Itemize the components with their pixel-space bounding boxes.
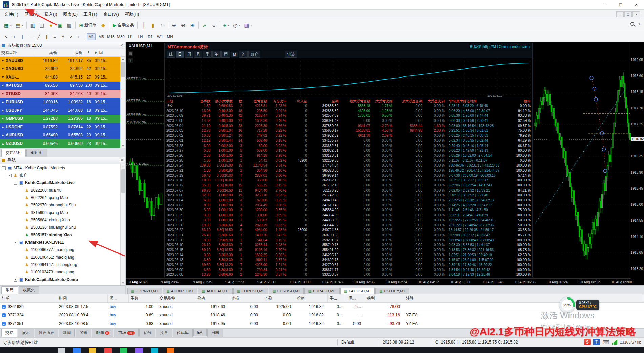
mtc-tab-年[interactable]: 年 bbox=[212, 51, 221, 58]
chart-tab-XAUUSD,M1[interactable]: ▦XAUUSD,M1 bbox=[340, 288, 375, 294]
terminal-button[interactable]: ▣ bbox=[56, 21, 65, 30]
taskbar-icon-7[interactable] bbox=[151, 348, 158, 353]
timeframe-M1[interactable]: M1 bbox=[87, 33, 96, 40]
vertical-line-tool[interactable]: | bbox=[18, 32, 26, 41]
timeframe-D1[interactable]: D1 bbox=[146, 33, 155, 40]
timeframe-M30[interactable]: M30 bbox=[116, 33, 125, 40]
terminal-tab-警报[interactable]: 警报 bbox=[76, 329, 91, 337]
order-row-9361989[interactable]: ▲93619892023.08.09 17:5...buy1.00xauusd1… bbox=[0, 303, 644, 311]
terminal-tab-日志[interactable]: 日志 bbox=[207, 329, 223, 337]
market-watch-row-AUDUSD[interactable]: ▲AUDUSD0.654800.655032309:15... bbox=[0, 131, 125, 140]
mtc-tab-综[interactable]: 综 bbox=[167, 51, 175, 58]
tree-account-9815909[interactable]: ♟9815909: qiang Mao bbox=[0, 209, 125, 216]
cursor-tool[interactable]: ↖ bbox=[2, 32, 10, 41]
mtc-tab-日[interactable]: 日 bbox=[176, 51, 184, 58]
taskbar-icon-1[interactable] bbox=[58, 348, 65, 353]
child-close-button[interactable]: × bbox=[632, 11, 640, 17]
terminal-tab-代码库[interactable]: 代码库 bbox=[173, 329, 193, 337]
taskbar-icon-6[interactable] bbox=[135, 348, 143, 353]
keyboard-icon[interactable]: ⌨ bbox=[602, 339, 609, 345]
window-minimize-button[interactable]: – bbox=[597, 0, 613, 9]
chart-shift-button[interactable]: « bbox=[209, 21, 218, 30]
timeframe-MN[interactable]: MN bbox=[165, 33, 174, 40]
taskbar-icon-8[interactable] bbox=[167, 348, 174, 353]
orders-col-9[interactable]: 手... bbox=[328, 294, 346, 302]
menu-工具(T)[interactable]: 工具(T) bbox=[81, 10, 101, 19]
timeframe-H4[interactable]: H4 bbox=[136, 33, 145, 40]
mtc-tab-币[interactable]: 币 bbox=[221, 51, 230, 58]
navigator-scrollbar[interactable]: ▲▼ bbox=[120, 164, 125, 285]
mtc-tab-账户[interactable]: 账户 bbox=[248, 51, 260, 58]
mtc-tab-周[interactable]: 周 bbox=[185, 51, 193, 58]
chart-tab-USDJPY,M1[interactable]: ▦USDJPY,M1 bbox=[375, 288, 409, 294]
tree-expander-icon[interactable]: − bbox=[2, 166, 6, 170]
templates-button[interactable]: ▨▾ bbox=[242, 21, 254, 30]
auto-scroll-button[interactable]: » bbox=[200, 21, 209, 30]
tree-expander-icon[interactable]: + bbox=[14, 278, 17, 282]
timeframe-W1[interactable]: W1 bbox=[155, 33, 165, 40]
taskbar-icon-5[interactable] bbox=[120, 348, 127, 353]
tree-server-KohleCapitalMarkets-Live[interactable]: −▣KohleCapitalMarkets-Live bbox=[0, 179, 125, 186]
orders-col-10[interactable]: 库... bbox=[346, 294, 365, 302]
terminal-tab-EA[interactable]: EA bbox=[193, 329, 207, 336]
market-watch-row-XAU-...[interactable]: ▼XAU-...444.88445.152709:15... bbox=[0, 73, 125, 82]
tile-windows-button[interactable]: ⊞ bbox=[188, 21, 197, 30]
text-tool[interactable]: A bbox=[59, 32, 67, 41]
periods-button[interactable]: ◷▾ bbox=[231, 21, 242, 30]
market-watch-col-2[interactable]: 买价 bbox=[59, 49, 84, 56]
mtc-tab-备[interactable]: 备 bbox=[239, 51, 248, 58]
tree-account-1100100461[interactable]: ♟1100100461: mao qiang bbox=[0, 253, 125, 261]
market-watch-button[interactable]: ▥ bbox=[28, 21, 37, 30]
terminal-tab-文章[interactable]: 文章 bbox=[156, 329, 172, 337]
fibonacci-tool[interactable]: ≡ bbox=[51, 32, 59, 41]
statusbar-profile[interactable]: Default bbox=[341, 340, 354, 345]
tree-expander-icon[interactable]: − bbox=[14, 181, 17, 185]
orders-col-3[interactable]: 手数 bbox=[129, 294, 157, 302]
new-order-button[interactable]: ⊞新订单 bbox=[77, 21, 99, 30]
terminal-tab-账户历史[interactable]: 账户历史 bbox=[35, 329, 58, 337]
market-watch-row-USDCHF[interactable]: ▲USDCHF0.875920.876142209:15... bbox=[0, 123, 125, 131]
market-watch-row-USDJPY[interactable]: ▲USDJPY144.045144.0631809:15... bbox=[0, 106, 125, 115]
mtc-tab-trace[interactable]: 轨迹 bbox=[285, 51, 297, 58]
mtc-tab-M[interactable]: M bbox=[231, 52, 238, 57]
tree-account-8505157[interactable]: ♟8505157: ximing Xiao bbox=[0, 231, 125, 239]
market-watch-col-3[interactable]: ! bbox=[84, 49, 93, 56]
market-watch-col-4[interactable]: 时间 bbox=[93, 49, 120, 56]
child-restore-button[interactable]: □ bbox=[624, 11, 632, 17]
tree-account-1100066777[interactable]: ♟1100066777: mao qiang bbox=[0, 246, 125, 253]
orders-col-4[interactable]: 交易品种 bbox=[157, 294, 195, 302]
navigator-tab-收藏夹[interactable]: 收藏夹 bbox=[19, 286, 39, 294]
menu-插入(I)[interactable]: 插入(I) bbox=[42, 10, 60, 19]
timeframe-M15[interactable]: M15 bbox=[106, 33, 115, 40]
orders-col-12[interactable]: 注释 bbox=[404, 294, 644, 302]
market-watch-tab-交易品种[interactable]: 交易品种 bbox=[1, 149, 26, 157]
navigator-close-icon[interactable]: ✕ bbox=[120, 158, 123, 162]
market-watch-row-XAUUSD[interactable]: ▼XAUUSD1916.821917.173509:15... bbox=[0, 57, 125, 65]
shapes-tool[interactable]: ○ bbox=[75, 32, 83, 41]
mtc-tab-季[interactable]: 季 bbox=[203, 51, 212, 58]
chart-panel-button-1[interactable]: ▤ bbox=[128, 51, 133, 56]
data-window-button[interactable]: ◫ bbox=[37, 21, 46, 30]
orders-col-5[interactable]: 价格 bbox=[195, 294, 229, 302]
market-watch-col-1[interactable]: 卖价 bbox=[34, 49, 59, 56]
toolbar-overflow-icon[interactable]: ▾ bbox=[638, 22, 640, 26]
chart-tab-EURUSD,M1[interactable]: ▦EURUSD,M1 bbox=[269, 288, 304, 294]
market-watch-row-XPTUSD[interactable]: ▲XPTUSD895.50897.5020009:15... bbox=[0, 82, 125, 90]
line-chart-button[interactable]: ≈ bbox=[157, 21, 167, 30]
horizontal-line-tool[interactable]: — bbox=[26, 32, 35, 41]
taskbar-icon-3[interactable] bbox=[89, 348, 96, 353]
chart-tab-AUDCAD,H1[interactable]: ▦AUDCAD,H1 bbox=[198, 288, 233, 294]
orders-col-0[interactable]: 订单 bbox=[0, 294, 57, 302]
orders-col-11[interactable]: 获利 bbox=[365, 294, 404, 302]
trendline-tool[interactable]: ╱ bbox=[35, 32, 43, 41]
market-watch-col-0[interactable]: 交易品种 bbox=[0, 49, 34, 56]
zoom-in-button[interactable]: ⊕ bbox=[170, 21, 179, 30]
tree-root[interactable]: −▦MT4 - Kohle Capital Markets bbox=[0, 164, 125, 172]
market-watch-row-XAGUSD[interactable]: ▼XAGUSD22.65022.6924209:15... bbox=[0, 65, 125, 73]
navigator-tab-常用[interactable]: 常用 bbox=[1, 286, 18, 294]
window-maximize-button[interactable]: □ bbox=[613, 0, 628, 9]
mtc-tab-月[interactable]: 月 bbox=[194, 51, 202, 58]
market-watch-scrollbar[interactable]: ▲▼ bbox=[120, 57, 125, 148]
market-watch-row-XTIUSD[interactable]: ▼XTIUSD84.06384.1034009:15... bbox=[0, 90, 125, 98]
tree-account-1100064147[interactable]: ♟1100064147: li chenglong bbox=[0, 261, 125, 268]
